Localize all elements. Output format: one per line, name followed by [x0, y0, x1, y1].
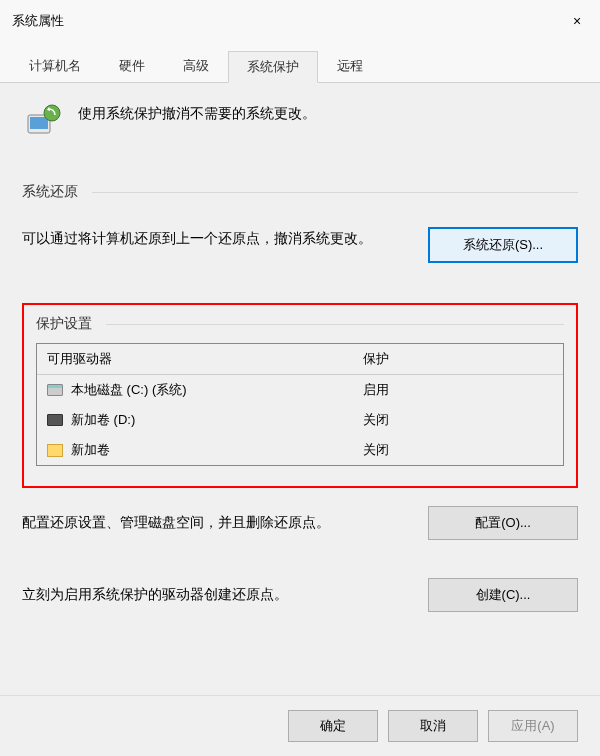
drive-cell: 新加卷: [37, 439, 353, 461]
configure-row: 配置还原设置、管理磁盘空间，并且删除还原点。 配置(O)...: [22, 506, 578, 540]
drive-status: 启用: [353, 379, 563, 401]
drive-folder-icon: [47, 444, 63, 457]
titlebar: 系统属性 ×: [0, 0, 600, 42]
drive-cell: 新加卷 (D:): [37, 409, 353, 431]
tab-advanced[interactable]: 高级: [164, 50, 228, 82]
drive-local-icon: [47, 384, 63, 396]
tab-remote[interactable]: 远程: [318, 50, 382, 82]
configure-button[interactable]: 配置(O)...: [428, 506, 578, 540]
tab-content: 使用系统保护撤消不需要的系统更改。 系统还原 可以通过将计算机还原到上一个还原点…: [0, 83, 600, 695]
tab-hardware[interactable]: 硬件: [100, 50, 164, 82]
tab-computer-name[interactable]: 计算机名: [10, 50, 100, 82]
drives-body: 本地磁盘 (C:) (系统) 启用 新加卷 (D:) 关闭: [37, 375, 563, 465]
restore-text: 可以通过将计算机还原到上一个还原点，撤消系统更改。: [22, 227, 408, 263]
system-properties-window: 系统属性 × 计算机名 硬件 高级 系统保护 远程 使用系统保护撤消不需要的系统…: [0, 0, 600, 756]
svg-point-2: [44, 105, 60, 121]
configure-text: 配置还原设置、管理磁盘空间，并且删除还原点。: [22, 514, 416, 532]
create-button[interactable]: 创建(C)...: [428, 578, 578, 612]
col-header-status: 保护: [353, 344, 563, 374]
drive-status: 关闭: [353, 409, 563, 431]
create-row: 立刻为启用系统保护的驱动器创建还原点。 创建(C)...: [22, 578, 578, 612]
close-icon: ×: [573, 13, 581, 29]
drive-status: 关闭: [353, 439, 563, 461]
table-row[interactable]: 本地磁盘 (C:) (系统) 启用: [37, 375, 563, 405]
cancel-button[interactable]: 取消: [388, 710, 478, 742]
intro: 使用系统保护撤消不需要的系统更改。: [22, 101, 578, 143]
drive-cell: 本地磁盘 (C:) (系统): [37, 379, 353, 401]
window-title: 系统属性: [12, 12, 64, 30]
drive-name: 本地磁盘 (C:) (系统): [71, 381, 187, 399]
system-restore-button[interactable]: 系统还原(S)...: [428, 227, 578, 263]
drive-volume-icon: [47, 414, 63, 426]
restore-row: 可以通过将计算机还原到上一个还原点，撤消系统更改。 系统还原(S)...: [22, 227, 578, 263]
tab-system-protection[interactable]: 系统保护: [228, 51, 318, 83]
system-protection-icon: [22, 101, 64, 143]
ok-button[interactable]: 确定: [288, 710, 378, 742]
drives-header: 可用驱动器 保护: [37, 344, 563, 375]
protection-settings-highlight: 保护设置 可用驱动器 保护 本地磁盘 (C:) (系统) 启用: [22, 303, 578, 488]
table-row[interactable]: 新加卷 关闭: [37, 435, 563, 465]
drives-table: 可用驱动器 保护 本地磁盘 (C:) (系统) 启用 新加卷: [36, 343, 564, 466]
section-protection-title: 保护设置: [36, 315, 564, 333]
create-text: 立刻为启用系统保护的驱动器创建还原点。: [22, 586, 416, 604]
section-restore-title: 系统还原: [22, 183, 578, 201]
drive-name: 新加卷: [71, 441, 110, 459]
table-row[interactable]: 新加卷 (D:) 关闭: [37, 405, 563, 435]
intro-text: 使用系统保护撤消不需要的系统更改。: [78, 101, 316, 143]
svg-rect-1: [30, 117, 48, 129]
drive-name: 新加卷 (D:): [71, 411, 135, 429]
tabs: 计算机名 硬件 高级 系统保护 远程: [0, 42, 600, 83]
close-button[interactable]: ×: [554, 6, 600, 36]
apply-button[interactable]: 应用(A): [488, 710, 578, 742]
col-header-name: 可用驱动器: [37, 344, 353, 374]
dialog-buttons: 确定 取消 应用(A): [0, 695, 600, 756]
